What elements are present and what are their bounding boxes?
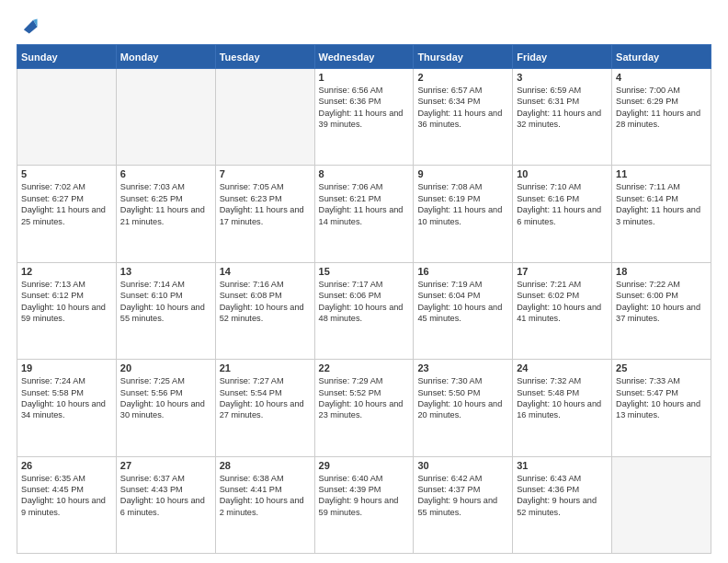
calendar-day-cell: 2Sunrise: 6:57 AMSunset: 6:34 PMDaylight… bbox=[414, 69, 513, 166]
day-number: 31 bbox=[517, 460, 608, 471]
day-number: 5 bbox=[21, 168, 112, 179]
calendar-day-cell: 28Sunrise: 6:38 AMSunset: 4:41 PMDayligh… bbox=[215, 456, 314, 553]
calendar-day-cell: 27Sunrise: 6:37 AMSunset: 4:43 PMDayligh… bbox=[116, 456, 215, 553]
day-info: Sunrise: 7:25 AMSunset: 5:56 PMDaylight:… bbox=[120, 375, 211, 421]
day-info: Sunrise: 6:42 AMSunset: 4:37 PMDaylight:… bbox=[417, 473, 508, 519]
calendar-header-row: SundayMondayTuesdayWednesdayThursdayFrid… bbox=[17, 45, 711, 69]
day-info: Sunrise: 7:16 AMSunset: 6:08 PMDaylight:… bbox=[220, 279, 311, 325]
day-number: 7 bbox=[220, 168, 311, 179]
day-info: Sunrise: 6:40 AMSunset: 4:39 PMDaylight:… bbox=[319, 473, 410, 519]
day-info: Sunrise: 7:02 AMSunset: 6:27 PMDaylight:… bbox=[21, 181, 112, 227]
calendar-day-cell: 7Sunrise: 7:05 AMSunset: 6:23 PMDaylight… bbox=[215, 166, 314, 262]
day-info: Sunrise: 7:08 AMSunset: 6:19 PMDaylight:… bbox=[417, 181, 508, 227]
day-number: 26 bbox=[21, 460, 112, 471]
day-info: Sunrise: 7:05 AMSunset: 6:23 PMDaylight:… bbox=[220, 181, 311, 227]
calendar-day-cell: 6Sunrise: 7:03 AMSunset: 6:25 PMDaylight… bbox=[116, 166, 215, 262]
day-number: 1 bbox=[319, 72, 410, 83]
day-number: 21 bbox=[220, 362, 311, 373]
calendar-day-cell: 15Sunrise: 7:17 AMSunset: 6:06 PMDayligh… bbox=[314, 262, 414, 359]
logo-icon bbox=[18, 15, 39, 35]
day-number: 17 bbox=[517, 266, 608, 277]
day-number: 8 bbox=[319, 168, 410, 179]
day-number: 20 bbox=[120, 362, 211, 373]
day-number: 6 bbox=[120, 168, 211, 179]
day-info: Sunrise: 6:38 AMSunset: 4:41 PMDaylight:… bbox=[220, 473, 311, 519]
day-info: Sunrise: 7:14 AMSunset: 6:10 PMDaylight:… bbox=[120, 279, 211, 325]
calendar-day-cell: 18Sunrise: 7:22 AMSunset: 6:00 PMDayligh… bbox=[612, 262, 711, 359]
day-number: 10 bbox=[517, 168, 608, 179]
calendar-table: SundayMondayTuesdayWednesdayThursdayFrid… bbox=[17, 44, 711, 554]
day-of-week-header: Wednesday bbox=[314, 45, 414, 69]
day-info: Sunrise: 7:10 AMSunset: 6:16 PMDaylight:… bbox=[517, 181, 608, 227]
calendar-day-cell: 8Sunrise: 7:06 AMSunset: 6:21 PMDaylight… bbox=[314, 166, 414, 262]
day-number: 9 bbox=[417, 168, 508, 179]
day-number: 27 bbox=[120, 460, 211, 471]
day-info: Sunrise: 7:13 AMSunset: 6:12 PMDaylight:… bbox=[21, 279, 112, 325]
calendar-day-cell: 25Sunrise: 7:33 AMSunset: 5:47 PMDayligh… bbox=[612, 360, 711, 456]
logo bbox=[17, 17, 39, 35]
day-number: 24 bbox=[517, 362, 608, 373]
day-number: 2 bbox=[417, 72, 508, 83]
day-number: 16 bbox=[417, 266, 508, 277]
day-of-week-header: Thursday bbox=[414, 45, 513, 69]
day-number: 19 bbox=[21, 362, 112, 373]
day-info: Sunrise: 7:17 AMSunset: 6:06 PMDaylight:… bbox=[319, 279, 410, 325]
calendar-day-cell: 22Sunrise: 7:29 AMSunset: 5:52 PMDayligh… bbox=[314, 360, 414, 456]
day-info: Sunrise: 7:06 AMSunset: 6:21 PMDaylight:… bbox=[319, 181, 410, 227]
calendar-day-cell bbox=[116, 69, 215, 166]
calendar-week-row: 26Sunrise: 6:35 AMSunset: 4:45 PMDayligh… bbox=[17, 456, 711, 553]
calendar-day-cell: 1Sunrise: 6:56 AMSunset: 6:36 PMDaylight… bbox=[314, 69, 414, 166]
day-info: Sunrise: 7:30 AMSunset: 5:50 PMDaylight:… bbox=[417, 375, 508, 421]
calendar-day-cell: 13Sunrise: 7:14 AMSunset: 6:10 PMDayligh… bbox=[116, 262, 215, 359]
day-of-week-header: Saturday bbox=[612, 45, 711, 69]
day-number: 13 bbox=[120, 266, 211, 277]
day-number: 3 bbox=[517, 72, 608, 83]
day-info: Sunrise: 7:11 AMSunset: 6:14 PMDaylight:… bbox=[616, 181, 707, 227]
calendar-day-cell: 29Sunrise: 6:40 AMSunset: 4:39 PMDayligh… bbox=[314, 456, 414, 553]
day-number: 30 bbox=[417, 460, 508, 471]
calendar-day-cell: 21Sunrise: 7:27 AMSunset: 5:54 PMDayligh… bbox=[215, 360, 314, 456]
calendar-day-cell: 4Sunrise: 7:00 AMSunset: 6:29 PMDaylight… bbox=[612, 69, 711, 166]
day-number: 29 bbox=[319, 460, 410, 471]
day-number: 22 bbox=[319, 362, 410, 373]
day-info: Sunrise: 6:56 AMSunset: 6:36 PMDaylight:… bbox=[319, 85, 410, 131]
day-of-week-header: Friday bbox=[513, 45, 612, 69]
calendar-day-cell: 19Sunrise: 7:24 AMSunset: 5:58 PMDayligh… bbox=[17, 360, 117, 456]
page: SundayMondayTuesdayWednesdayThursdayFrid… bbox=[0, 0, 728, 563]
calendar-day-cell: 5Sunrise: 7:02 AMSunset: 6:27 PMDaylight… bbox=[17, 166, 117, 262]
day-info: Sunrise: 7:22 AMSunset: 6:00 PMDaylight:… bbox=[616, 279, 707, 325]
day-number: 28 bbox=[220, 460, 311, 471]
day-info: Sunrise: 7:21 AMSunset: 6:02 PMDaylight:… bbox=[517, 279, 608, 325]
day-number: 15 bbox=[319, 266, 410, 277]
day-number: 25 bbox=[616, 362, 707, 373]
day-number: 14 bbox=[220, 266, 311, 277]
day-info: Sunrise: 6:57 AMSunset: 6:34 PMDaylight:… bbox=[417, 85, 508, 131]
calendar-day-cell: 9Sunrise: 7:08 AMSunset: 6:19 PMDaylight… bbox=[414, 166, 513, 262]
header bbox=[17, 17, 711, 35]
day-info: Sunrise: 6:35 AMSunset: 4:45 PMDaylight:… bbox=[21, 473, 112, 519]
calendar-day-cell: 11Sunrise: 7:11 AMSunset: 6:14 PMDayligh… bbox=[612, 166, 711, 262]
day-info: Sunrise: 7:03 AMSunset: 6:25 PMDaylight:… bbox=[120, 181, 211, 227]
calendar-day-cell: 20Sunrise: 7:25 AMSunset: 5:56 PMDayligh… bbox=[116, 360, 215, 456]
day-of-week-header: Monday bbox=[116, 45, 215, 69]
calendar-day-cell bbox=[215, 69, 314, 166]
calendar-day-cell: 26Sunrise: 6:35 AMSunset: 4:45 PMDayligh… bbox=[17, 456, 117, 553]
day-info: Sunrise: 7:33 AMSunset: 5:47 PMDaylight:… bbox=[616, 375, 707, 421]
day-info: Sunrise: 7:27 AMSunset: 5:54 PMDaylight:… bbox=[220, 375, 311, 421]
day-info: Sunrise: 7:24 AMSunset: 5:58 PMDaylight:… bbox=[21, 375, 112, 421]
day-info: Sunrise: 7:29 AMSunset: 5:52 PMDaylight:… bbox=[319, 375, 410, 421]
day-number: 4 bbox=[616, 72, 707, 83]
day-of-week-header: Sunday bbox=[17, 45, 117, 69]
calendar-week-row: 1Sunrise: 6:56 AMSunset: 6:36 PMDaylight… bbox=[17, 69, 711, 166]
calendar-day-cell bbox=[17, 69, 117, 166]
day-of-week-header: Tuesday bbox=[215, 45, 314, 69]
calendar-day-cell: 24Sunrise: 7:32 AMSunset: 5:48 PMDayligh… bbox=[513, 360, 612, 456]
day-info: Sunrise: 7:00 AMSunset: 6:29 PMDaylight:… bbox=[616, 85, 707, 131]
calendar-week-row: 12Sunrise: 7:13 AMSunset: 6:12 PMDayligh… bbox=[17, 262, 711, 359]
calendar-day-cell: 17Sunrise: 7:21 AMSunset: 6:02 PMDayligh… bbox=[513, 262, 612, 359]
day-info: Sunrise: 6:43 AMSunset: 4:36 PMDaylight:… bbox=[517, 473, 608, 519]
day-info: Sunrise: 7:19 AMSunset: 6:04 PMDaylight:… bbox=[417, 279, 508, 325]
calendar-day-cell: 23Sunrise: 7:30 AMSunset: 5:50 PMDayligh… bbox=[414, 360, 513, 456]
day-info: Sunrise: 7:32 AMSunset: 5:48 PMDaylight:… bbox=[517, 375, 608, 421]
calendar-day-cell: 30Sunrise: 6:42 AMSunset: 4:37 PMDayligh… bbox=[414, 456, 513, 553]
